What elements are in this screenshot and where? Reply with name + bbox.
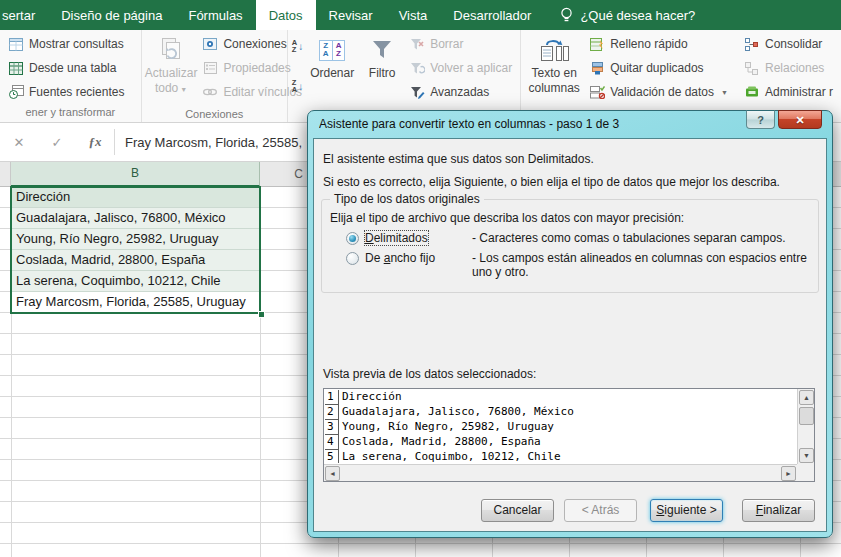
- fill-handle[interactable]: [258, 311, 265, 318]
- preview-rows: 1Dirección 2Guadalajara, Jalisco, 76800,…: [325, 390, 796, 463]
- group-label-get-transform: ener y transformar: [3, 105, 138, 122]
- text-to-columns-button[interactable]: Texto en columnas: [524, 31, 584, 107]
- confirm-entry-icon[interactable]: ✓: [38, 135, 76, 150]
- vertical-scroll-thumb[interactable]: [799, 407, 814, 425]
- filter-button[interactable]: Filtro: [360, 31, 404, 107]
- refresh-all-label-line2: todo: [155, 81, 178, 95]
- remove-duplicates-button[interactable]: Quitar duplicados: [586, 57, 731, 79]
- preview-row-1: 1Dirección: [325, 390, 796, 405]
- recent-sources-icon: [8, 84, 24, 100]
- data-validation-button[interactable]: Validación de datos ▼: [586, 81, 731, 103]
- tell-me-box[interactable]: ¿Qué desea hacer?: [550, 0, 705, 30]
- show-queries-label: Mostrar consultas: [29, 37, 124, 51]
- manage-data-model-button[interactable]: Administrar r: [741, 81, 836, 103]
- gridline-col-b-c: [260, 187, 261, 557]
- cancel-button[interactable]: Cancelar: [481, 499, 554, 522]
- cell-b5[interactable]: La serena, Coquimbo, 10212, Chile: [11, 271, 260, 292]
- delimited-description: - Caracteres como comas o tabulaciones s…: [472, 231, 810, 245]
- delimited-radio-label[interactable]: Delimitados: [365, 231, 428, 245]
- refresh-all-dropdown-icon: ▼: [180, 86, 187, 93]
- column-header-a-sliver[interactable]: [0, 162, 11, 186]
- cell-b2[interactable]: Guadalajara, Jalisco, 76800, México: [11, 208, 260, 229]
- data-preview-box: 1Dirección 2Guadalajara, Jalisco, 76800,…: [323, 388, 815, 482]
- ribbon-group-get-transform: Mostrar consultas Desde una tabla Fuente…: [0, 30, 142, 122]
- formula-bar-divider: [114, 129, 115, 155]
- sort-descending-button[interactable]: ZA ↓: [292, 75, 303, 97]
- cell-b6-active[interactable]: Fray Marcosm, Florida, 25585, Uruguay: [11, 292, 260, 313]
- sort-button[interactable]: ZA AZ Ordenar: [304, 31, 360, 107]
- tab-desarrollador[interactable]: Desarrollador: [440, 0, 544, 30]
- excel-window: sertar Diseño de página Fórmulas Datos R…: [0, 0, 841, 557]
- sort-label: Ordenar: [310, 67, 354, 80]
- consolidate-button[interactable]: Consolidar: [741, 33, 836, 55]
- preview-row-3: 3Young, Río Negro, 25982, Uruguay: [325, 420, 796, 435]
- fixed-width-radio-label[interactable]: De ancho fijo: [365, 251, 435, 265]
- insert-function-icon[interactable]: ƒx: [76, 134, 114, 150]
- tab-datos[interactable]: Datos: [256, 0, 316, 30]
- refresh-all-label-line1: Actualizar: [145, 67, 198, 80]
- filter-label: Filtro: [369, 67, 396, 80]
- lightbulb-icon: [560, 7, 573, 23]
- sort-ascending-button[interactable]: AZ ↓: [292, 35, 303, 57]
- group-label-connections: Conexiones: [145, 107, 284, 122]
- fixed-width-option-row: De ancho fijo - Los campos están alinead…: [330, 251, 810, 279]
- cell-b1[interactable]: Dirección: [11, 187, 260, 208]
- data-validation-dropdown-icon: ▼: [721, 89, 728, 96]
- from-table-button[interactable]: Desde una tabla: [5, 57, 127, 79]
- reapply-filter-button[interactable]: Volver a aplicar: [406, 57, 515, 79]
- preview-vertical-scrollbar[interactable]: ▲ ▼: [797, 389, 814, 464]
- flash-fill-icon: [589, 36, 605, 52]
- delimited-option-row: Delimitados - Caracteres como comas o ta…: [330, 231, 810, 245]
- clear-filter-button[interactable]: Borrar: [406, 33, 515, 55]
- cell-b4[interactable]: Coslada, Madrid, 28800, España: [11, 250, 260, 271]
- tab-formulas[interactable]: Fórmulas: [175, 0, 255, 30]
- tab-insertar[interactable]: sertar: [0, 0, 48, 30]
- scroll-up-icon[interactable]: ▲: [799, 390, 814, 405]
- delimited-radio[interactable]: [346, 232, 359, 245]
- advanced-filter-button[interactable]: Avanzadas: [406, 81, 515, 103]
- tab-vista[interactable]: Vista: [386, 0, 441, 30]
- finish-button[interactable]: Finalizar: [742, 499, 815, 522]
- scroll-down-icon[interactable]: ▼: [799, 448, 814, 463]
- clear-filter-label: Borrar: [430, 37, 463, 51]
- cell-b3[interactable]: Young, Río Negro, 25982, Uruguay: [11, 229, 260, 250]
- ribbon-group-sort-filter: AZ ↓ ZA ↓ ZA AZ Ordenar: [288, 30, 521, 122]
- edit-links-icon: [202, 84, 218, 100]
- consolidate-icon: [744, 36, 760, 52]
- back-button[interactable]: < Atrás: [564, 499, 637, 522]
- sort-asc-letter-z: Z: [292, 46, 297, 53]
- sort-desc-arrow-icon: ↓: [298, 81, 303, 92]
- refresh-all-button[interactable]: Actualizar todo▼: [145, 31, 198, 107]
- formula-bar-value[interactable]: Fray Marcosm, Florida, 25585,: [125, 135, 302, 150]
- preview-row-4: 4Coslada, Madrid, 28800, España: [325, 435, 796, 450]
- next-button[interactable]: Siguiente >: [650, 499, 723, 522]
- dialog-close-button[interactable]: ✕: [778, 110, 822, 129]
- tab-revisar[interactable]: Revisar: [316, 0, 386, 30]
- refresh-all-icon: [158, 35, 184, 65]
- scroll-left-icon[interactable]: ◄: [325, 466, 340, 481]
- fixed-width-radio[interactable]: [346, 252, 359, 265]
- scrollbar-corner: [797, 464, 814, 481]
- relationships-button[interactable]: Relaciones: [741, 57, 836, 79]
- fixed-width-description: - Los campos están alineados en columnas…: [472, 251, 810, 279]
- column-header-b[interactable]: B: [11, 162, 260, 187]
- wizard-intro-line2: Si esto es correcto, elija Siguiente, o …: [323, 175, 780, 189]
- show-queries-icon: [8, 36, 24, 52]
- flash-fill-button[interactable]: Relleno rápido: [586, 33, 731, 55]
- data-validation-label: Validación de datos: [610, 85, 714, 99]
- dialog-help-button[interactable]: ?: [746, 110, 775, 129]
- dialog-body: El asistente estima que sus datos son De…: [313, 138, 827, 532]
- manage-data-model-label: Administrar r: [765, 85, 833, 99]
- consolidate-label: Consolidar: [765, 37, 822, 51]
- tab-diseno-de-pagina[interactable]: Diseño de página: [48, 0, 175, 30]
- cancel-entry-icon[interactable]: ✕: [0, 135, 38, 150]
- from-table-icon: [8, 60, 24, 76]
- original-data-type-groupbox: Tipo de los datos originales Elija el ti…: [321, 199, 819, 293]
- tell-me-label: ¿Qué desea hacer?: [580, 8, 695, 23]
- choose-file-type-label: Elija el tipo de archivo que describa lo…: [330, 211, 810, 225]
- show-queries-button[interactable]: Mostrar consultas: [5, 33, 127, 55]
- scroll-right-icon[interactable]: ►: [781, 466, 796, 481]
- text-to-columns-label-line2: columnas: [529, 82, 580, 95]
- preview-horizontal-scrollbar[interactable]: ◄ ►: [324, 464, 797, 481]
- recent-sources-button[interactable]: Fuentes recientes: [5, 81, 127, 103]
